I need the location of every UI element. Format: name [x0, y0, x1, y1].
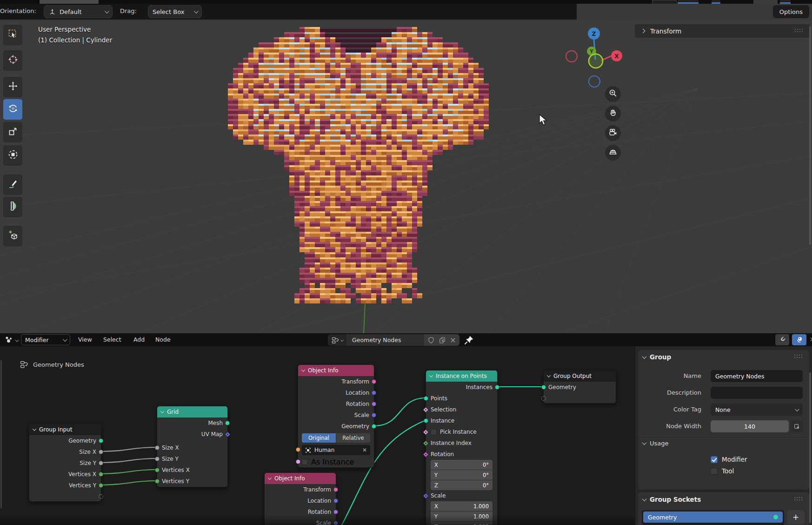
mode-dropdown[interactable]: Modifier	[21, 334, 70, 345]
bool-socket[interactable]	[296, 459, 300, 464]
geometry-socket[interactable]	[372, 424, 376, 429]
group-sockets-panel-header[interactable]: Group Sockets	[638, 492, 809, 506]
drag-dropdown[interactable]: Select Box	[148, 5, 202, 18]
geometry-socket[interactable]	[495, 385, 499, 390]
as-instance-checkbox[interactable]	[302, 459, 308, 465]
geometry-socket[interactable]	[541, 385, 546, 390]
move-tool[interactable]	[3, 77, 22, 97]
geometry-socket[interactable]	[99, 438, 103, 443]
gizmo-axis-negy[interactable]	[589, 54, 603, 68]
menu-view[interactable]: View	[78, 336, 92, 343]
vector-socket[interactable]	[333, 521, 338, 525]
value-socket[interactable]	[99, 461, 103, 465]
unlink-close-icon[interactable]	[449, 337, 457, 344]
node-group-output[interactable]: Group OutputGeometry	[543, 370, 616, 404]
usage-subpanel-header[interactable]: Usage	[638, 437, 809, 449]
segment-original-button[interactable]: Original	[302, 433, 336, 443]
matrix-socket[interactable]	[333, 487, 338, 492]
workspace-tab-fragment[interactable]	[753, 0, 778, 4]
chevron-right-icon[interactable]	[809, 337, 812, 341]
node-header-instance-on-points[interactable]: Instance on Points	[426, 370, 497, 382]
value-field-y[interactable]: Y1.000	[431, 512, 493, 521]
node-grid[interactable]: GridMeshUV MapSize XSize YVertices XVert…	[157, 406, 228, 487]
sidebar-transform-tab[interactable]: Transform	[635, 24, 810, 38]
geometry-socket[interactable]	[424, 418, 428, 423]
object-picker-field[interactable]: Human✕	[302, 445, 370, 455]
pin-icon[interactable]	[463, 335, 474, 346]
int-socket[interactable]	[99, 483, 103, 488]
tool-checkbox[interactable]	[711, 468, 718, 475]
node-editor-canvas[interactable]: Geometry Nodes Group InputGeometrySize X…	[0, 346, 812, 525]
cursor-tool[interactable]	[3, 50, 22, 71]
description-field[interactable]	[711, 387, 803, 399]
value-field-x[interactable]: X0°	[431, 460, 493, 470]
panel-drag-dots-icon[interactable]	[794, 497, 804, 502]
scale-tool[interactable]	[3, 122, 22, 142]
editor-type-button[interactable]	[4, 335, 19, 345]
checkbox[interactable]	[431, 429, 437, 435]
socket-list-item-geometry[interactable]: Geometry	[643, 512, 783, 523]
value-field-y[interactable]: Y0°	[431, 470, 493, 480]
value-field-z[interactable]: Z1.000	[431, 522, 493, 525]
node-tree-selector[interactable]: Geometry Nodes	[328, 334, 459, 346]
node-instance-on-points[interactable]: Instance on PointsInstancesPointsSelecti…	[426, 370, 498, 525]
node-header-grid[interactable]: Grid	[157, 406, 227, 417]
node-width-slider[interactable]: 140	[711, 420, 789, 432]
node-object-info-1[interactable]: Object InfoTransformLocationRotationScal…	[298, 364, 374, 468]
modifier-checkbox[interactable]	[711, 456, 718, 463]
annotate-tool[interactable]	[3, 175, 22, 195]
workspace-tab-fragment[interactable]	[40, 0, 99, 4]
node-header-object-info-2[interactable]: Object Info	[265, 473, 336, 484]
value-field-z[interactable]: Z0°	[431, 480, 493, 490]
vector-socket[interactable]	[372, 390, 376, 395]
orthographic-grid-button[interactable]	[605, 145, 621, 161]
int-socket[interactable]	[155, 468, 160, 472]
snap-toggle-button[interactable]	[775, 334, 789, 345]
workspace-tab-fragment[interactable]	[712, 0, 720, 4]
node-header-group-input[interactable]: Group Input	[29, 424, 101, 435]
node-header-object-info-1[interactable]: Object Info	[298, 365, 374, 376]
workspace-tab-fragment[interactable]	[780, 0, 791, 4]
orientation-dropdown[interactable]: Default	[44, 5, 113, 18]
sidebar-scrollbar[interactable]	[809, 372, 811, 523]
add-socket-button[interactable]: +	[787, 510, 805, 524]
node-object-info-2[interactable]: Object InfoTransformLocationRotationScal…	[264, 472, 336, 525]
rotation-socket[interactable]	[372, 402, 376, 406]
workspace-tab-fragment[interactable]	[652, 0, 677, 4]
zoom-button[interactable]	[605, 86, 621, 102]
group-name-field[interactable]: Geometry Nodes	[711, 370, 803, 382]
value-socket[interactable]	[155, 445, 160, 450]
gizmo-axis-negz[interactable]	[589, 76, 600, 87]
vector-socket[interactable]	[372, 413, 376, 417]
decorate-button[interactable]	[791, 420, 803, 432]
add-cube-tool[interactable]	[3, 226, 22, 246]
value-socket[interactable]	[99, 450, 103, 454]
panel-drag-dots-icon[interactable]	[795, 29, 804, 34]
options-button[interactable]: Options	[773, 5, 809, 18]
menu-node[interactable]: Node	[155, 336, 171, 343]
virtual-socket[interactable]	[99, 494, 103, 499]
group-panel-header[interactable]: Group	[638, 350, 809, 364]
camera-view-button[interactable]	[605, 125, 621, 141]
panel-drag-dots-icon[interactable]	[794, 355, 804, 359]
int-socket[interactable]	[155, 479, 160, 484]
workspace-tab-fragment[interactable]	[678, 0, 699, 4]
node-header-group-output[interactable]: Group Output	[544, 370, 616, 382]
vector-socket[interactable]	[333, 498, 338, 503]
clear-object-icon[interactable]: ✕	[362, 447, 367, 453]
usage-tool-row[interactable]: Tool	[711, 467, 809, 475]
menu-add[interactable]: Add	[133, 336, 145, 343]
value-field-x[interactable]: X1.000	[431, 501, 493, 511]
fake-user-shield-icon[interactable]	[427, 336, 435, 344]
segment-relative-button[interactable]: Relative	[336, 433, 370, 443]
rotation-socket[interactable]	[333, 510, 338, 514]
int-socket[interactable]	[99, 472, 103, 477]
transform-tool[interactable]	[3, 145, 22, 166]
virtual-socket[interactable]	[541, 396, 546, 401]
viewport-scrollbar[interactable]	[809, 26, 811, 245]
usage-modifier-row[interactable]: Modifier	[711, 456, 809, 463]
matrix-socket[interactable]	[372, 379, 376, 384]
measure-tool[interactable]	[3, 197, 22, 217]
overlays-toggle-button[interactable]	[792, 334, 806, 345]
new-copy-icon[interactable]	[438, 336, 446, 344]
